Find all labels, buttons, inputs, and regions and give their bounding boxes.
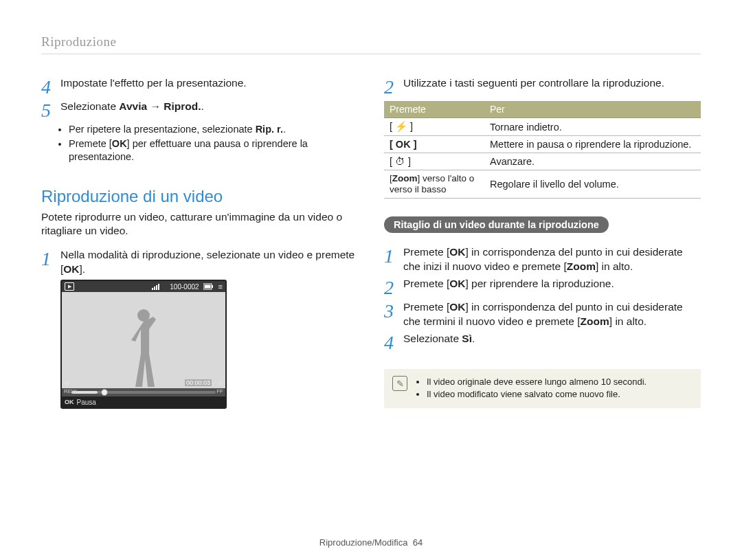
t: ] per riprendere la riproduzione. — [465, 278, 614, 289]
t: . — [283, 124, 286, 135]
right-step-2-top: 2 Utilizzate i tasti seguenti per contro… — [384, 76, 701, 97]
trim-step-3: 3 Premete [OK] in corrispondenza del pun… — [384, 300, 701, 329]
step-text: Premete [OK] in corrispondenza del punto… — [403, 245, 701, 274]
t: OK — [449, 301, 465, 313]
t: OK — [63, 263, 79, 275]
person-silhouette-icon — [123, 306, 164, 388]
table-row: [Zoom] verso l'alto o verso il basso Reg… — [384, 170, 701, 199]
note-box: ✎ Il video originale deve essere lungo a… — [384, 369, 701, 408]
t: Premete [ — [403, 301, 449, 313]
t: ] in alto. — [609, 315, 647, 327]
elapsed-time: 00:00:03 — [185, 379, 212, 386]
t: OK — [112, 138, 127, 149]
step-number: 1 — [41, 248, 60, 269]
bullet: Premete [OK] per effettuare una pausa o … — [69, 137, 358, 164]
device-video-area — [62, 292, 225, 388]
step-text: Selezionate Avvia → Riprod.. — [60, 100, 358, 114]
svg-rect-3 — [158, 284, 159, 290]
t: Premete [ — [69, 138, 112, 149]
step5-bold: Avvia → Riprod. — [119, 100, 201, 112]
t: OK — [449, 278, 465, 289]
left-step-1: 1 Nella modalità di riproduzione, selezi… — [41, 248, 358, 277]
footer-section: Riproduzione/Modifica — [319, 537, 408, 548]
svg-rect-0 — [152, 288, 153, 290]
subheading-pill: Ritaglio di un video durante la riproduz… — [384, 216, 609, 233]
step-number: 2 — [384, 76, 403, 97]
rew-label: REW — [64, 388, 77, 394]
volume-bars-icon — [152, 283, 166, 290]
trim-step-4: 4 Selezionate Sì. — [384, 332, 701, 352]
t: ]. — [80, 263, 86, 275]
intro-paragraph: Potete riprodurre un video, catturare un… — [41, 210, 358, 239]
t: Sì — [462, 333, 472, 344]
step5-prefix: Selezionate — [60, 100, 119, 112]
t: Premete [ — [403, 246, 449, 258]
step-text: Selezionate Sì. — [403, 332, 701, 346]
ok-icon: [ OK ] — [390, 139, 416, 150]
t: Per ripetere la presentazione, seleziona… — [69, 124, 256, 135]
timer-icon: [ ⏱ ] — [390, 156, 411, 167]
footer-page-number: 64 — [413, 537, 423, 548]
th-for: Per — [484, 101, 701, 118]
step-number: 3 — [384, 300, 403, 321]
trim-step-2: 2 Premete [OK] per riprendere la riprodu… — [384, 277, 701, 298]
zoom-label: Zoom — [392, 173, 418, 183]
note-list: Il video originale deve essere lungo alm… — [416, 376, 647, 401]
svg-rect-2 — [156, 285, 157, 290]
table-row: [ ⚡ ] Tornare indietro. — [384, 118, 701, 136]
note-item: Il video originale deve essere lungo alm… — [427, 377, 647, 388]
section-header: Riproduzione — [41, 34, 701, 49]
step5-suffix: . — [201, 100, 203, 112]
svg-rect-5 — [212, 285, 213, 288]
right-column: 2 Utilizzate i tasti seguenti per contro… — [384, 74, 701, 409]
trim-step-1: 1 Premete [OK] in corrispondenza del pun… — [384, 245, 701, 274]
pause-label: Pausa — [77, 399, 96, 406]
page-footer: Riproduzione/Modifica 64 — [0, 537, 742, 548]
step-text: Utilizzate i tasti seguenti per controll… — [403, 76, 701, 91]
t: Selezionate — [403, 333, 462, 344]
device-statusbar: ▶ 100-0002 ≡ — [62, 281, 225, 292]
t: Nella modalità di riproduzione, selezion… — [60, 249, 355, 275]
cell: Regolare il livello del volume. — [484, 170, 701, 199]
step-text: Premete [OK] in corrispondenza del punto… — [403, 300, 701, 329]
h2-video-playback: Riproduzione di un video — [41, 187, 358, 206]
header-rule — [41, 54, 701, 54]
table-row: [ OK ] Mettere in pausa o riprendere la … — [384, 136, 701, 153]
ok-label: OK — [65, 399, 74, 405]
device-screenshot: ▶ 100-0002 ≡ ◀ ▶ 00:00:03 REW F — [60, 280, 227, 409]
battery-icon — [203, 283, 214, 290]
flash-icon: [ ⚡ ] — [390, 121, 413, 133]
progress-knob-icon — [101, 389, 108, 396]
note-icon: ✎ — [392, 376, 407, 391]
table-row: [ ⏱ ] Avanzare. — [384, 153, 701, 170]
step-number: 2 — [384, 277, 403, 298]
step5-bullets: Per ripetere la presentazione, seleziona… — [41, 123, 358, 164]
two-column-layout: 4 Impostate l'effetto per la presentazio… — [41, 74, 701, 409]
t: . — [472, 333, 475, 344]
step-number: 5 — [41, 100, 60, 120]
step-text: Impostate l'effetto per la presentazione… — [60, 76, 358, 91]
table-header-row: Premete Per — [384, 101, 701, 118]
note-item: Il video modificato viene salvato come n… — [427, 389, 647, 401]
step-number: 4 — [41, 76, 60, 97]
th-press: Premete — [384, 101, 484, 118]
left-column: 4 Impostate l'effetto per la presentazio… — [41, 74, 358, 409]
cell: Mettere in pausa o riprendere la riprodu… — [484, 136, 701, 153]
ff-label: FF — [216, 388, 223, 394]
cell: Tornare indietro. — [484, 118, 701, 136]
step-text: Nella modalità di riproduzione, selezion… — [60, 248, 358, 277]
file-counter: 100-0002 — [170, 283, 199, 291]
t: OK — [449, 246, 465, 258]
t: Zoom — [581, 315, 609, 327]
menu-bars-icon: ≡ — [218, 282, 223, 291]
svg-rect-6 — [204, 285, 210, 289]
controls-table: Premete Per [ ⚡ ] Tornare indietro. [ OK… — [384, 101, 701, 199]
t: Premete [ — [403, 278, 449, 289]
play-indicator-icon: ▶ — [65, 282, 74, 291]
cell: Avanzare. — [484, 153, 701, 170]
step-number: 4 — [384, 332, 403, 352]
t: ] in alto. — [596, 260, 633, 272]
step-number: 1 — [384, 245, 403, 266]
arrow-left-icon: ◀ — [63, 379, 69, 386]
step-5: 5 Selezionate Avvia → Riprod.. — [41, 100, 358, 120]
